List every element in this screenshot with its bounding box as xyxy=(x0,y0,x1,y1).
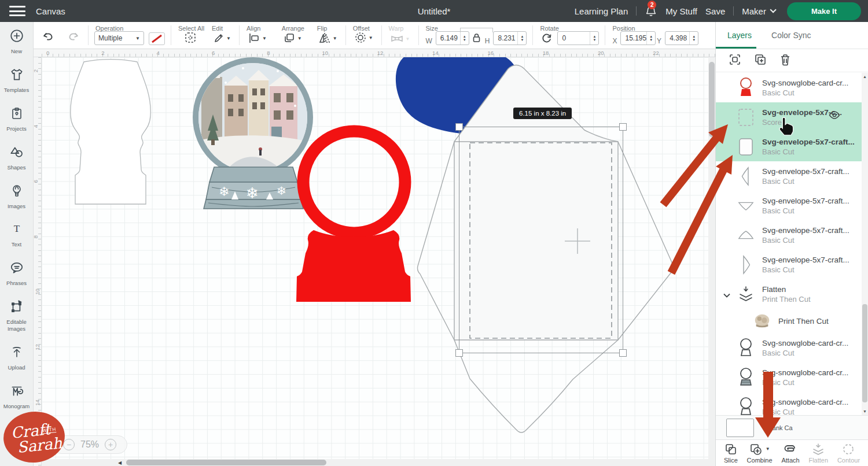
offset-button[interactable]: ▼ xyxy=(352,30,376,45)
select-all-button[interactable] xyxy=(182,30,199,45)
selection-bounding-box[interactable] xyxy=(459,127,623,353)
color-swatch[interactable] xyxy=(149,32,165,45)
layer-row-7[interactable]: FlattenPrint Then Cut xyxy=(716,279,868,309)
width-stepper[interactable]: 6.149 ▲▼ xyxy=(436,31,469,45)
blank-canvas-row[interactable]: Blank Ca xyxy=(716,415,868,439)
x-stepper[interactable]: 15.195 ▲▼ xyxy=(620,31,656,45)
trash-icon[interactable] xyxy=(779,53,791,68)
sidebar-item-templates[interactable]: Templates xyxy=(0,61,33,99)
layer-row-10[interactable]: Svg-snowglobe-card-cr...Basic Cut xyxy=(716,363,868,392)
undo-button[interactable] xyxy=(39,30,57,43)
editable-image-icon xyxy=(9,299,24,316)
eye-visibility-icon[interactable] xyxy=(829,111,840,121)
hamburger-icon[interactable] xyxy=(9,6,25,16)
design-canvas[interactable]: ❄ ❄ ❄ 6.15 in x 8.23 in 0246810121416 xyxy=(34,49,715,466)
y-label: Y xyxy=(657,37,661,45)
layer-list: Svg-snowglobe-card-cr...Basic CutSvg-env… xyxy=(716,73,868,415)
selection-handle-se[interactable] xyxy=(619,349,627,357)
snowglobe-outline-icon xyxy=(737,395,755,416)
layer-row-2[interactable]: Svg-envelope-5x7-craft...Basic Cut xyxy=(716,132,868,161)
sidebar-item-label: Text xyxy=(12,241,21,248)
layer-row-6[interactable]: Svg-envelope-5x7-craft...Basic Cut xyxy=(716,250,868,279)
attach-button[interactable]: Attach xyxy=(781,443,799,464)
edit-pencil-button[interactable]: ▼ xyxy=(211,31,233,45)
snowglobe-outline-icon xyxy=(737,336,755,360)
ruler-left-number: 8 xyxy=(34,235,39,238)
layer-row-4[interactable]: Svg-envelope-5x7-craft...Basic Cut xyxy=(716,191,868,220)
slice-button[interactable]: Slice xyxy=(724,443,738,464)
operation-label: Operation xyxy=(95,25,123,32)
save-button[interactable]: Save xyxy=(705,6,725,16)
layer-title: Svg-snowglobe-card-cr... xyxy=(762,79,848,87)
hscroll-thumb[interactable] xyxy=(126,460,326,465)
sidebar-item-new[interactable]: New xyxy=(0,22,33,61)
rotate-stepper[interactable]: 0 ▲▼ xyxy=(557,31,599,45)
layer-title: Flatten xyxy=(762,285,811,294)
selection-handle-nw[interactable] xyxy=(455,123,463,131)
layer-row-9[interactable]: Svg-snowglobe-card-cr...Basic Cut xyxy=(716,333,868,363)
panel-scrollbar[interactable]: ▲ ▼ xyxy=(862,73,868,415)
warp-button[interactable]: ▼ xyxy=(388,32,413,45)
layer-title: Svg-envelope-5x7-craft... xyxy=(762,226,849,235)
align-button[interactable]: ▼ xyxy=(245,31,269,45)
selection-handle-sw[interactable] xyxy=(455,349,463,357)
lock-aspect-icon[interactable] xyxy=(470,33,483,45)
layer-operation: Basic Cut xyxy=(762,177,849,186)
tab-layers[interactable]: Layers xyxy=(727,22,752,49)
make-it-button[interactable]: Make It xyxy=(787,2,861,20)
my-stuff-link[interactable]: My Stuff xyxy=(665,6,697,16)
sidebar-item-upload[interactable]: Upload xyxy=(0,338,33,377)
sidebar-item-images[interactable]: Images xyxy=(0,177,33,216)
layer-row-8[interactable]: Print Then Cut xyxy=(716,309,868,333)
layer-row-5[interactable]: Svg-envelope-5x7-craft...Basic Cut xyxy=(716,220,868,250)
learning-plan-link[interactable]: Learning Plan xyxy=(575,6,628,16)
tab-color-sync[interactable]: Color Sync xyxy=(771,22,811,49)
layer-row-11[interactable]: Svg-snowglobe-card-cr...Basic Cut xyxy=(716,392,868,415)
sidebar-item-text[interactable]: T Text xyxy=(0,215,33,254)
horizontal-scrollbar[interactable]: ◀ xyxy=(34,459,715,466)
sidebar-item-editable-images[interactable]: EditableImages xyxy=(0,293,33,338)
scroll-left-icon[interactable]: ◀ xyxy=(118,460,122,465)
combine-button[interactable]: ▼ Combine xyxy=(747,443,773,464)
panel-scroll-up-icon[interactable]: ▲ xyxy=(863,75,867,79)
operation-select[interactable]: Multiple▼ xyxy=(94,31,144,45)
action-label: Combine xyxy=(747,457,773,464)
duplicate-layer-icon[interactable] xyxy=(754,53,767,68)
sidebar-item-projects[interactable]: Projects xyxy=(0,99,33,138)
height-stepper[interactable]: 8.231 ▲▼ xyxy=(493,31,527,45)
ruler-top-number: 10 xyxy=(322,50,329,56)
panel-scroll-down-icon[interactable]: ▼ xyxy=(863,409,867,413)
zoom-out-button[interactable]: − xyxy=(63,439,75,450)
y-stepper[interactable]: 4.398 ▲▼ xyxy=(665,31,698,45)
chevron-down-icon[interactable] xyxy=(723,290,730,300)
machine-selector[interactable]: Maker xyxy=(742,6,774,16)
sidebar-item-label: Images xyxy=(8,203,25,210)
vertical-scrollbar[interactable]: ▲ xyxy=(708,49,715,466)
ruler-left-number: 2 xyxy=(34,69,39,72)
sidebar-item-phrases[interactable]: Phrases xyxy=(0,254,33,293)
red-snowglobe-shape[interactable] xyxy=(289,123,418,305)
flap-right-icon xyxy=(737,253,755,276)
layer-row-1[interactable]: Svg-envelope-5x7-c...Score xyxy=(716,102,868,132)
svg-text:❄: ❄ xyxy=(277,184,286,197)
layer-row-0[interactable]: Svg-snowglobe-card-cr...Basic Cut xyxy=(716,73,868,102)
panel-scroll-thumb[interactable] xyxy=(862,304,867,402)
sidebar-item-monogram[interactable]: Monogram xyxy=(0,377,33,416)
snowglobe-card-shape[interactable] xyxy=(58,49,162,214)
sidebar-item-label: Shapes xyxy=(7,164,25,171)
sidebar-item-label: Upload xyxy=(8,364,25,371)
layer-row-3[interactable]: Svg-envelope-5x7-craft...Basic Cut xyxy=(716,161,868,191)
zoom-in-button[interactable]: + xyxy=(105,439,116,450)
flip-button[interactable]: ▼ xyxy=(316,31,340,45)
divider xyxy=(636,6,637,16)
selection-handle-ne[interactable] xyxy=(619,123,627,131)
sidebar-item-shapes[interactable]: Shapes xyxy=(0,138,33,177)
select-all-label: Select All xyxy=(178,25,204,32)
notifications-bell-icon[interactable]: 2 xyxy=(645,5,657,17)
select-layers-icon[interactable] xyxy=(729,53,741,68)
left-sidebar: New Templates Projects Shapes ImagesT Te… xyxy=(0,22,34,466)
vscroll-thumb[interactable] xyxy=(709,62,715,137)
arrange-button[interactable]: ▼ xyxy=(281,31,304,45)
rotate-icon[interactable] xyxy=(539,31,555,45)
redo-button[interactable] xyxy=(65,30,82,43)
